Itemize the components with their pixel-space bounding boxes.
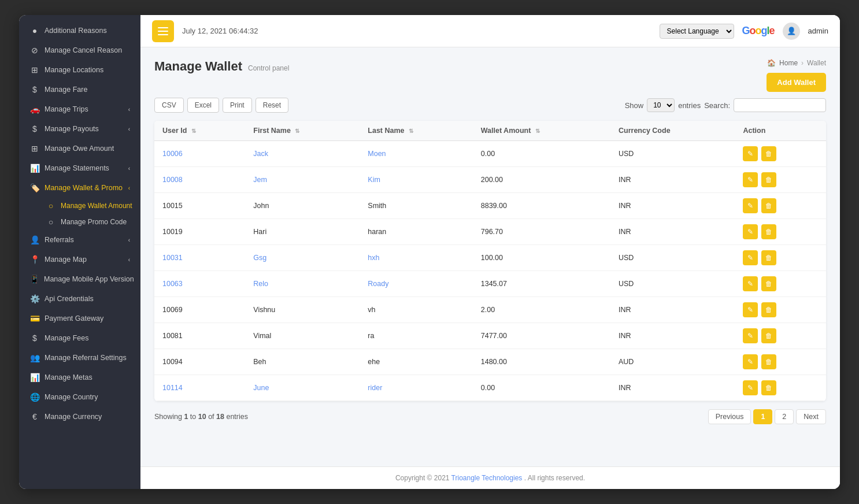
user-id-cell[interactable]: 10063 — [154, 271, 245, 297]
user-id-link[interactable]: 10006 — [162, 150, 183, 158]
sidebar-item-manage-mobile-app[interactable]: 📱 Manage Mobile App Version — [19, 269, 140, 289]
delete-button[interactable]: 🗑 — [761, 328, 776, 343]
sidebar-label-manage-metas: Manage Metas — [45, 373, 92, 381]
sidebar-item-manage-wallet-promo[interactable]: 🏷️ Manage Wallet & Promo ‹ — [19, 178, 140, 198]
user-id-link[interactable]: 10114 — [162, 384, 183, 392]
sidebar-item-manage-currency[interactable]: € Manage Currency — [19, 407, 140, 427]
sidebar-item-additional-reasons[interactable]: ● Additional Reasons — [19, 21, 140, 40]
delete-button[interactable]: 🗑 — [761, 302, 776, 317]
sidebar-item-manage-payouts[interactable]: $ Manage Payouts ‹ — [19, 119, 140, 139]
sidebar-item-manage-referral-settings[interactable]: 👥 Manage Referral Settings — [19, 348, 140, 368]
sidebar-item-manage-owe-amount[interactable]: ⊞ Manage Owe Amount — [19, 139, 140, 158]
edit-button[interactable]: ✎ — [743, 276, 758, 291]
delete-button[interactable]: 🗑 — [761, 198, 776, 213]
edit-button[interactable]: ✎ — [743, 146, 758, 161]
sidebar-label-manage-wallet-promo: Manage Wallet & Promo — [45, 184, 123, 192]
wallet-amount-cell: 8839.00 — [473, 193, 610, 219]
col-header-currency-code: Currency Code — [610, 121, 735, 141]
sort-icon[interactable]: ⇅ — [409, 128, 413, 134]
user-id-link[interactable]: 10031 — [162, 254, 183, 262]
last-name-cell: vh — [360, 297, 472, 323]
first-name-cell: Gsg — [245, 245, 360, 271]
table-row: 10019Hariharan796.70INR ✎ 🗑 — [154, 219, 826, 245]
delete-button[interactable]: 🗑 — [761, 380, 776, 395]
search-label: Search: — [704, 101, 730, 110]
edit-button[interactable]: ✎ — [743, 250, 758, 265]
currency-code-cell: AUD — [610, 349, 735, 375]
reset-button[interactable]: Reset — [256, 98, 288, 113]
edit-button[interactable]: ✎ — [743, 172, 758, 187]
footer-copyright: Copyright © 2021 — [395, 474, 450, 482]
sidebar-subitem-manage-promo-code[interactable]: ○ Manage Promo Code — [40, 214, 140, 230]
sidebar-item-referrals[interactable]: 👤 Referrals ‹ — [19, 230, 140, 250]
sidebar-label-manage-cancel-reason: Manage Cancel Reason — [45, 46, 122, 54]
footer-rights: . All rights reserved. — [524, 474, 585, 482]
sidebar-item-manage-country[interactable]: 🌐 Manage Country — [19, 387, 140, 407]
sort-icon[interactable]: ⇅ — [535, 128, 540, 134]
user-id-cell[interactable]: 10008 — [154, 167, 245, 193]
sidebar-item-manage-metas[interactable]: 📊 Manage Metas — [19, 368, 140, 387]
user-id-cell[interactable]: 10006 — [154, 141, 245, 167]
delete-button[interactable]: 🗑 — [761, 354, 776, 369]
right-top: 🏠 Home › Wallet Add Wallet — [767, 59, 826, 92]
sidebar-item-manage-locations[interactable]: ⊞ Manage Locations — [19, 60, 140, 80]
delete-button[interactable]: 🗑 — [761, 250, 776, 265]
excel-button[interactable]: Excel — [187, 98, 219, 113]
delete-button[interactable]: 🗑 — [761, 146, 776, 161]
content-area: Manage Wallet Control panel 🏠 Home › Wal… — [140, 47, 840, 466]
currency-code-cell: USD — [610, 245, 735, 271]
menu-toggle-button[interactable] — [152, 20, 174, 42]
sidebar-item-manage-statements[interactable]: 📊 Manage Statements ‹ — [19, 158, 140, 178]
manage-trips-icon: 🚗 — [29, 105, 40, 114]
last-name-cell: ra — [360, 323, 472, 349]
action-cell: ✎ 🗑 — [735, 271, 826, 297]
language-select[interactable]: Select Language — [660, 24, 734, 39]
search-input[interactable] — [734, 98, 826, 112]
sort-icon[interactable]: ⇅ — [295, 128, 299, 134]
sidebar-subitem-manage-wallet-amount[interactable]: ○ Manage Wallet Amount — [40, 198, 140, 214]
edit-button[interactable]: ✎ — [743, 380, 758, 395]
pagination: Previous12Next — [708, 409, 826, 424]
sidebar-item-manage-trips[interactable]: 🚗 Manage Trips ‹ — [19, 99, 140, 119]
edit-button[interactable]: ✎ — [743, 224, 758, 239]
first-name-cell: Hari — [245, 219, 360, 245]
entries-select[interactable]: 10 25 50 — [647, 98, 675, 112]
next-button[interactable]: Next — [796, 409, 826, 424]
delete-button[interactable]: 🗑 — [761, 276, 776, 291]
sort-icon[interactable]: ⇅ — [191, 128, 196, 134]
last-name-cell: Smith — [360, 193, 472, 219]
table-row: 10008JemKim200.00INR ✎ 🗑 — [154, 167, 826, 193]
user-id-cell[interactable]: 10031 — [154, 245, 245, 271]
action-cell: ✎ 🗑 — [735, 349, 826, 375]
page-button-2[interactable]: 2 — [775, 409, 794, 424]
user-id-link[interactable]: 10008 — [162, 176, 183, 184]
page-button-1[interactable]: 1 — [753, 409, 772, 424]
sidebar-item-manage-fees[interactable]: $ Manage Fees — [19, 328, 140, 348]
table-row: 10114Junerider0.00INR ✎ 🗑 — [154, 375, 826, 401]
breadcrumb: 🏠 Home › Wallet — [767, 59, 826, 67]
csv-button[interactable]: CSV — [154, 98, 184, 113]
sidebar-item-manage-map[interactable]: 📍 Manage Map ‹ — [19, 250, 140, 269]
first-name-cell: John — [245, 193, 360, 219]
edit-button[interactable]: ✎ — [743, 302, 758, 317]
table-row: 10081Vimalra7477.00INR ✎ 🗑 — [154, 323, 826, 349]
delete-button[interactable]: 🗑 — [761, 224, 776, 239]
edit-button[interactable]: ✎ — [743, 328, 758, 343]
edit-button[interactable]: ✎ — [743, 354, 758, 369]
print-button[interactable]: Print — [223, 98, 252, 113]
sidebar-item-api-credentials[interactable]: ⚙️ Api Credentials — [19, 289, 140, 309]
action-cell: ✎ 🗑 — [735, 297, 826, 323]
add-wallet-button[interactable]: Add Wallet — [767, 73, 826, 92]
breadcrumb-home[interactable]: Home — [779, 59, 798, 67]
sidebar-item-manage-fare[interactable]: $ Manage Fare — [19, 80, 140, 99]
sidebar-sublabel-manage-wallet-amount: Manage Wallet Amount — [61, 202, 132, 210]
sidebar-item-manage-cancel-reason[interactable]: ⊘ Manage Cancel Reason — [19, 40, 140, 60]
user-id-cell[interactable]: 10114 — [154, 375, 245, 401]
user-id-link[interactable]: 10063 — [162, 280, 183, 288]
edit-button[interactable]: ✎ — [743, 198, 758, 213]
delete-button[interactable]: 🗑 — [761, 172, 776, 187]
footer-company[interactable]: Trioangle Technologies — [451, 474, 523, 482]
prev-button[interactable]: Previous — [708, 409, 751, 424]
manage-country-icon: 🌐 — [29, 392, 40, 402]
sidebar-item-payment-gateway[interactable]: 💳 Payment Gateway — [19, 309, 140, 328]
